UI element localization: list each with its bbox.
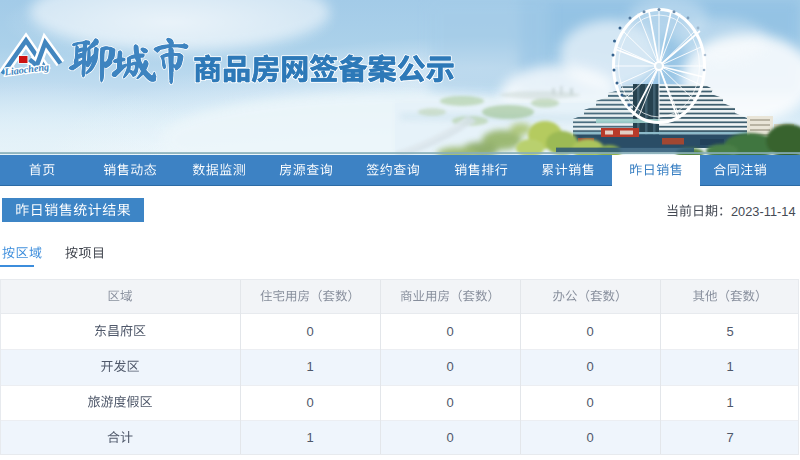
- svg-text:0: 0: [446, 359, 453, 374]
- svg-text:0: 0: [306, 324, 313, 339]
- svg-text:2023-11-14: 2023-11-14: [731, 204, 796, 219]
- svg-text:0: 0: [586, 359, 593, 374]
- svg-text:0: 0: [446, 395, 453, 410]
- svg-text:7: 7: [726, 430, 733, 445]
- svg-text:0: 0: [586, 430, 593, 445]
- svg-text:1: 1: [306, 359, 313, 374]
- svg-text:1: 1: [306, 430, 313, 445]
- svg-text:1: 1: [726, 359, 733, 374]
- svg-text:0: 0: [446, 324, 453, 339]
- svg-text:0: 0: [586, 395, 593, 410]
- svg-text:1: 1: [726, 395, 733, 410]
- svg-text:0: 0: [306, 395, 313, 410]
- svg-text:0: 0: [586, 324, 593, 339]
- svg-text:0: 0: [446, 430, 453, 445]
- svg-text:5: 5: [726, 324, 733, 339]
